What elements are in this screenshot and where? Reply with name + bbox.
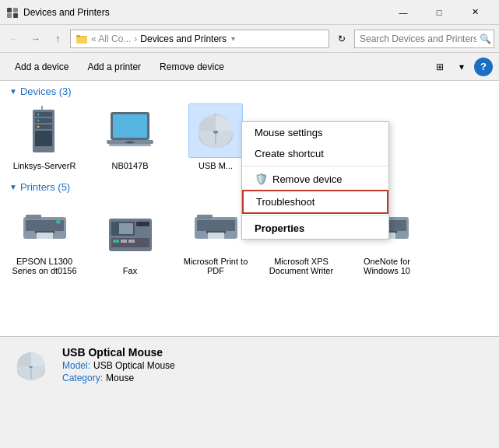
view-dropdown-icon: ▾ — [459, 61, 464, 72]
server-label: Linksys-ServerR — [13, 161, 76, 170]
fax-icon — [103, 208, 157, 263]
refresh-icon: ↻ — [338, 33, 346, 44]
address-dropdown-icon[interactable]: ▾ — [230, 34, 237, 43]
addressbar: ← → ↑ « All Co... › Devices and Printers… — [0, 25, 499, 53]
add-printer-button[interactable]: Add a printer — [79, 56, 149, 78]
svg-rect-11 — [35, 131, 52, 146]
menu-item-properties[interactable]: Properties — [242, 218, 388, 239]
svg-point-30 — [56, 219, 61, 224]
up-button[interactable]: ↑ — [48, 30, 67, 48]
search-input[interactable] — [360, 33, 476, 44]
devices-section-label: Devices (3) — [20, 86, 72, 97]
svg-rect-3 — [13, 13, 18, 18]
view-icon: ⊞ — [436, 61, 444, 72]
view-dropdown-button[interactable]: ▾ — [452, 58, 471, 76]
statusbar: USB Optical Mouse Model: USB Optical Mou… — [0, 336, 499, 392]
create-shortcut-label: Create shortcut — [255, 148, 324, 159]
address-prefix: « All Co... — [91, 33, 131, 44]
mouse-label: USB M... — [199, 161, 233, 170]
onenote-label: OneNote for Windows 10 — [352, 257, 422, 275]
search-icon: 🔍 — [480, 33, 491, 44]
menu-item-create-shortcut[interactable]: Create shortcut — [242, 143, 388, 164]
svg-rect-19 — [109, 144, 151, 146]
svg-rect-38 — [119, 223, 133, 234]
xps-label: Microsoft XPS Document Writer — [266, 257, 336, 275]
close-button[interactable]: ✕ — [457, 0, 493, 25]
device-item-laptop[interactable]: NB0147B — [95, 103, 165, 170]
svg-rect-33 — [136, 222, 149, 226]
window-controls: — □ ✕ — [385, 0, 493, 25]
svg-rect-42 — [208, 233, 224, 239]
svg-rect-5 — [76, 37, 87, 44]
toolbar: Add a device Add a printer Remove device… — [0, 53, 499, 81]
svg-point-12 — [37, 113, 40, 115]
menu-item-troubleshoot[interactable]: Troubleshoot — [242, 190, 388, 214]
svg-rect-28 — [37, 233, 53, 239]
device-item-epson[interactable]: EPSON L1300 Series on dt0156 — [9, 199, 79, 275]
menu-separator-2 — [242, 215, 388, 216]
device-item-server[interactable]: Linksys-ServerR — [9, 103, 79, 170]
add-device-button[interactable]: Add a device — [6, 56, 77, 78]
refresh-button[interactable]: ↻ — [332, 30, 351, 48]
svg-rect-35 — [113, 240, 119, 243]
remove-device-button[interactable]: Remove device — [151, 56, 233, 78]
troubleshoot-label: Troubleshoot — [256, 196, 315, 208]
fax-label: Fax — [123, 266, 137, 275]
titlebar: Devices and Printers — □ ✕ — [0, 0, 499, 25]
pdf-icon — [188, 199, 243, 254]
forward-button[interactable]: → — [26, 30, 45, 48]
maximize-button[interactable]: □ — [421, 0, 457, 25]
devices-section-header[interactable]: ▼ Devices (3) — [0, 81, 499, 100]
laptop-icon — [103, 103, 157, 158]
svg-point-20 — [125, 141, 135, 143]
epson-icon — [17, 199, 72, 254]
view-options-button[interactable]: ⊞ — [430, 58, 449, 76]
mouse-selected-icon — [188, 103, 243, 158]
status-category-label: Category: — [62, 373, 103, 383]
status-model-value: USB Optical Mouse — [93, 360, 175, 371]
address-path: Devices and Printers — [140, 33, 227, 44]
device-item-fax[interactable]: Fax — [95, 208, 165, 275]
remove-device-label: Remove device — [272, 173, 343, 185]
forward-icon: → — [31, 33, 40, 44]
svg-rect-36 — [121, 240, 127, 243]
search-box[interactable]: 🔍 — [354, 30, 494, 48]
main-content: ▼ Devices (3) Linksys — [0, 81, 499, 392]
mouse-settings-label: Mouse settings — [255, 127, 322, 138]
menu-item-remove-device[interactable]: 🛡️ Remove device — [242, 168, 388, 190]
status-category-value: Mouse — [106, 373, 134, 383]
svg-rect-6 — [76, 35, 80, 37]
svg-rect-17 — [113, 114, 147, 138]
server-icon — [17, 103, 72, 158]
device-item-mouse[interactable]: USB M... — [181, 103, 251, 170]
device-item-pdf[interactable]: Microsoft Print to PDF — [181, 199, 251, 275]
status-device-icon — [12, 346, 50, 383]
svg-rect-43 — [197, 215, 213, 219]
address-separator: › — [134, 33, 137, 44]
svg-point-13 — [37, 119, 40, 121]
folder-icon — [76, 33, 88, 45]
svg-rect-2 — [7, 13, 12, 18]
svg-rect-37 — [128, 240, 135, 243]
status-category-row: Category: Mouse — [62, 373, 175, 383]
minimize-button[interactable]: — — [385, 0, 421, 25]
epson-label: EPSON L1300 Series on dt0156 — [9, 257, 79, 275]
shield-icon: 🛡️ — [255, 173, 268, 185]
printers-section-label: Printers (5) — [20, 181, 70, 193]
properties-label: Properties — [255, 222, 304, 234]
printers-expand-icon: ▼ — [9, 183, 17, 191]
laptop-label: NB0147B — [111, 161, 148, 170]
address-box[interactable]: « All Co... › Devices and Printers ▾ — [70, 30, 329, 48]
window-title: Devices and Printers — [23, 7, 385, 18]
svg-rect-15 — [41, 106, 43, 110]
devices-expand-icon: ▼ — [9, 87, 17, 96]
status-info: USB Optical Mouse Model: USB Optical Mou… — [62, 346, 175, 383]
up-icon: ↑ — [55, 33, 60, 44]
back-icon: ← — [9, 33, 19, 44]
help-button[interactable]: ? — [474, 58, 493, 76]
context-menu: Mouse settings Create shortcut 🛡️ Remove… — [241, 121, 389, 240]
menu-item-mouse-settings[interactable]: Mouse settings — [242, 122, 388, 143]
status-device-name: USB Optical Mouse — [62, 346, 175, 359]
back-button[interactable]: ← — [5, 30, 23, 48]
status-model-row: Model: USB Optical Mouse — [62, 360, 175, 371]
